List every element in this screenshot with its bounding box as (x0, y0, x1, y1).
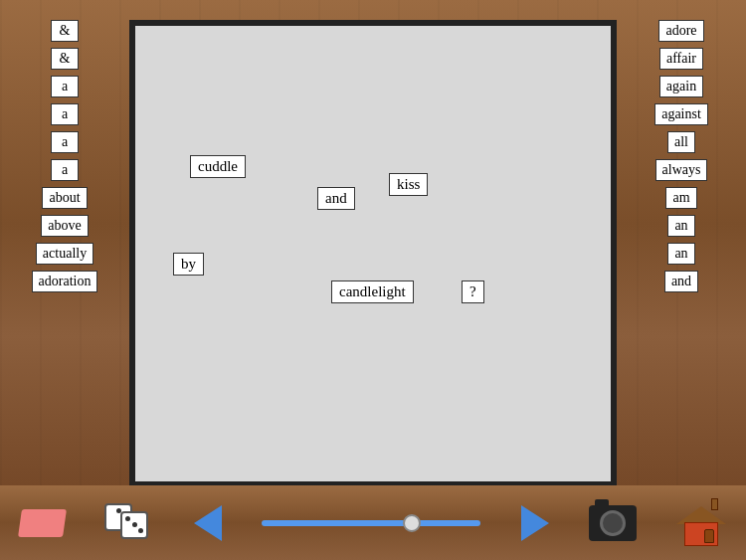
left-sidebar: & & a a a a about above actually adorati… (10, 20, 119, 292)
slider-thumb[interactable] (403, 514, 421, 532)
eraser-icon (18, 509, 67, 537)
main-canvas[interactable]: cuddle and kiss by candlelight ? (129, 20, 617, 487)
tile-an2[interactable]: an (667, 243, 695, 265)
die2-icon (120, 511, 148, 539)
camera-button[interactable] (589, 505, 637, 541)
right-sidebar: adore affair again against all always am… (627, 20, 736, 292)
tile-am[interactable]: am (665, 187, 696, 209)
arrow-right-button[interactable] (521, 505, 549, 541)
tile-always[interactable]: always (655, 159, 708, 181)
tile-a3[interactable]: a (51, 131, 79, 153)
arrow-left-button[interactable] (194, 505, 222, 541)
tile-actually[interactable]: actually (36, 243, 93, 265)
tile-a1[interactable]: a (51, 76, 79, 97)
tile-amp1[interactable]: & (51, 20, 79, 42)
canvas-word-and[interactable]: and (317, 187, 355, 210)
tile-about[interactable]: about (42, 187, 87, 209)
canvas-word-question[interactable]: ? (462, 280, 484, 303)
canvas-word-candlelight[interactable]: candlelight (331, 280, 414, 303)
tile-all[interactable]: all (667, 131, 695, 153)
tile-above[interactable]: above (41, 215, 88, 237)
tile-affair[interactable]: affair (659, 48, 703, 70)
tile-adore[interactable]: adore (658, 20, 703, 42)
bottom-toolbar (0, 485, 746, 560)
canvas-words-container: cuddle and kiss by candlelight ? (135, 26, 611, 481)
canvas-word-cuddle[interactable]: cuddle (190, 155, 246, 178)
tile-and[interactable]: and (664, 271, 698, 292)
dice-button[interactable] (104, 503, 154, 543)
slider-track[interactable] (262, 520, 480, 526)
slider-container (262, 520, 480, 526)
tile-adoration[interactable]: adoration (32, 271, 98, 292)
door-icon (704, 529, 714, 543)
home-button[interactable] (676, 498, 726, 548)
tile-again[interactable]: again (659, 76, 703, 97)
camera-bump-icon (595, 499, 609, 507)
canvas-word-kiss[interactable]: kiss (389, 173, 428, 196)
eraser-button[interactable] (20, 509, 65, 537)
tile-against[interactable]: against (654, 103, 708, 125)
tile-a2[interactable]: a (51, 103, 79, 125)
tile-a4[interactable]: a (51, 159, 79, 181)
house-body-icon (684, 522, 718, 546)
canvas-word-by[interactable]: by (173, 253, 204, 276)
tile-an1[interactable]: an (667, 215, 695, 237)
tile-amp2[interactable]: & (51, 48, 79, 70)
